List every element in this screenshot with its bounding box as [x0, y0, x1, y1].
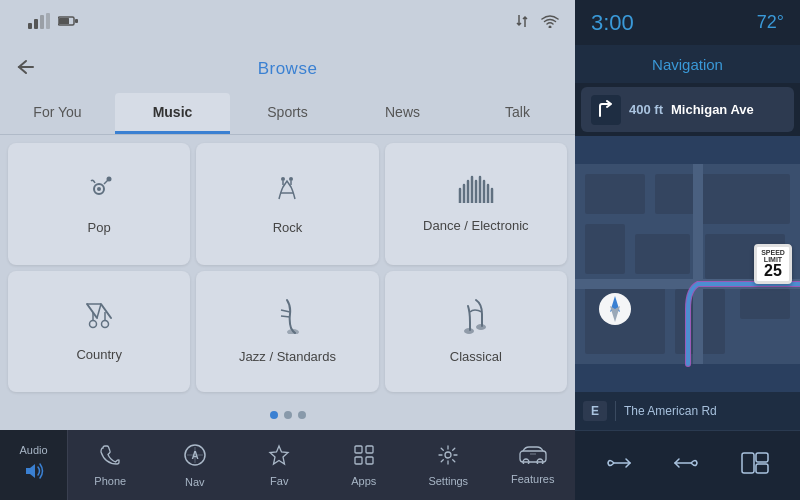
nav-icon: A	[183, 443, 207, 472]
nav-label: Nav	[185, 476, 205, 488]
browse-title: Browse	[258, 59, 318, 79]
nav-settings[interactable]: Settings	[406, 430, 491, 500]
svg-rect-43	[366, 457, 373, 464]
pagination	[0, 400, 575, 430]
speed-limit-label: SPEED LIMIT	[761, 249, 785, 263]
bottom-nav: Audio Phone	[0, 430, 575, 500]
browse-header: Browse	[0, 45, 575, 93]
back-button[interactable]	[16, 59, 36, 80]
nav-split-icon[interactable]	[741, 452, 769, 480]
svg-point-12	[281, 177, 285, 181]
svg-rect-42	[355, 457, 362, 464]
dot-3[interactable]	[298, 411, 306, 419]
battery-icon	[58, 15, 78, 30]
dance-icon	[458, 175, 494, 210]
dot-1[interactable]	[270, 411, 278, 419]
nav-apps[interactable]: Apps	[322, 430, 407, 500]
svg-rect-6	[75, 19, 78, 23]
tile-pop[interactable]: Pop	[8, 143, 190, 265]
svg-line-35	[281, 316, 290, 317]
turn-street: Michigan Ave	[671, 102, 784, 117]
tile-classical[interactable]: Classical	[385, 271, 567, 393]
nav-fav[interactable]: Fav	[237, 430, 322, 500]
features-label: Features	[511, 473, 554, 485]
wifi-icon	[541, 14, 559, 32]
svg-point-44	[445, 452, 451, 458]
svg-point-30	[102, 321, 109, 328]
transfer-icon	[515, 13, 531, 33]
classical-label: Classical	[450, 349, 502, 364]
tile-dance[interactable]: Dance / Electronic	[385, 143, 567, 265]
tab-music[interactable]: Music	[115, 93, 230, 134]
svg-point-37	[464, 328, 474, 334]
road-divider	[615, 401, 616, 421]
svg-rect-64	[756, 453, 768, 462]
nav-bottom-controls	[575, 430, 800, 500]
svg-rect-3	[46, 13, 50, 29]
speed-limit-box: SPEED LIMIT 25	[754, 244, 792, 284]
settings-label: Settings	[428, 475, 468, 487]
svg-line-25	[87, 304, 97, 318]
nav-features[interactable]: Features	[491, 430, 576, 500]
svg-rect-63	[742, 453, 754, 473]
road-name: The American Rd	[624, 404, 717, 418]
tab-news[interactable]: News	[345, 93, 460, 134]
svg-rect-41	[366, 446, 373, 453]
svg-rect-40	[355, 446, 362, 453]
nav-label-bar: Navigation	[575, 45, 800, 83]
tab-talk[interactable]: Talk	[460, 93, 575, 134]
apps-label: Apps	[351, 475, 376, 487]
music-grid: Pop Rock	[0, 135, 575, 400]
svg-rect-59	[740, 289, 790, 319]
fav-label: Fav	[270, 475, 288, 487]
nav-temp: 72°	[757, 12, 784, 33]
settings-icon	[437, 444, 459, 471]
turn-icon	[591, 95, 621, 125]
svg-point-11	[107, 176, 112, 181]
pop-label: Pop	[88, 220, 111, 235]
tile-rock[interactable]: Rock	[196, 143, 378, 265]
nav-next-icon[interactable]	[673, 453, 699, 479]
classical-icon	[460, 298, 492, 341]
features-icon	[519, 446, 547, 469]
svg-rect-0	[28, 23, 32, 29]
svg-rect-53	[585, 224, 625, 274]
nav-top-bar: 3:00 72°	[575, 0, 800, 45]
audio-icon	[23, 460, 45, 487]
svg-line-34	[281, 310, 290, 312]
jazz-label: Jazz / Standards	[239, 349, 336, 364]
svg-rect-55	[700, 174, 790, 224]
svg-rect-54	[635, 234, 690, 274]
turn-instruction: 400 ft Michigan Ave	[581, 87, 794, 132]
svg-rect-5	[59, 18, 69, 24]
phone-label: Phone	[94, 475, 126, 487]
svg-point-9	[97, 187, 101, 191]
dot-2[interactable]	[284, 411, 292, 419]
tile-country[interactable]: Country	[8, 271, 190, 393]
svg-text:A: A	[191, 450, 198, 461]
audio-label: Audio	[19, 444, 47, 456]
svg-point-36	[476, 324, 486, 330]
map-area[interactable]: SPEED LIMIT 25	[575, 136, 800, 392]
speed-limit-number: 25	[761, 263, 785, 279]
right-panel: 3:00 72° Navigation 400 ft Michigan Ave	[575, 0, 800, 500]
nav-phone[interactable]: Phone	[68, 430, 153, 500]
nav-audio-section: Audio	[0, 430, 68, 500]
tab-for-you[interactable]: For You	[0, 93, 115, 134]
tile-jazz[interactable]: Jazz / Standards	[196, 271, 378, 393]
left-panel: Browse For You Music Sports News Talk Po…	[0, 0, 575, 500]
svg-line-27	[97, 304, 101, 318]
tab-sports[interactable]: Sports	[230, 93, 345, 134]
pop-icon	[83, 173, 115, 212]
turn-distance: 400 ft	[629, 102, 663, 117]
svg-rect-65	[756, 464, 768, 473]
tabs-bar: For You Music Sports News Talk	[0, 93, 575, 135]
signal-icon	[28, 13, 50, 32]
country-label: Country	[76, 347, 122, 362]
rock-icon	[271, 173, 303, 212]
svg-rect-1	[34, 19, 38, 29]
svg-rect-61	[693, 164, 703, 364]
nav-prev-icon[interactable]	[606, 453, 632, 479]
nav-nav[interactable]: A Nav	[153, 430, 238, 500]
rock-label: Rock	[273, 220, 303, 235]
